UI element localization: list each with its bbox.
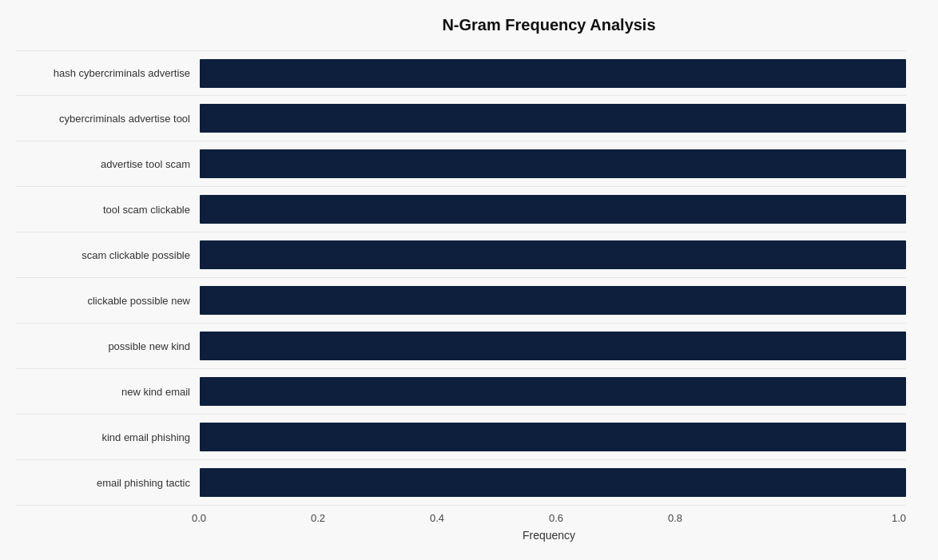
bar-track bbox=[200, 59, 906, 88]
x-axis: 0.00.20.40.60.81.0 bbox=[8, 512, 906, 524]
bar-label: possible new kind bbox=[16, 340, 200, 352]
bar-label: clickable possible new bbox=[16, 295, 200, 307]
bar-track bbox=[200, 195, 906, 224]
x-tick: 0.2 bbox=[311, 512, 430, 524]
x-tick: 1.0 bbox=[787, 512, 906, 524]
bar-track bbox=[200, 149, 906, 178]
bar-label: advertise tool scam bbox=[16, 158, 200, 170]
bar-label: new kind email bbox=[16, 386, 200, 398]
bar-label: scam clickable possible bbox=[16, 249, 200, 261]
bar-label: hash cybercriminals advertise bbox=[16, 67, 200, 79]
chart-title: N-Gram Frequency Analysis bbox=[8, 16, 906, 34]
bar-label: tool scam clickable bbox=[16, 204, 200, 216]
bar-fill bbox=[200, 377, 906, 406]
bar-label: email phishing tactic bbox=[16, 477, 200, 489]
bar-row: hash cybercriminals advertise bbox=[16, 50, 906, 96]
bar-row: new kind email bbox=[16, 369, 906, 415]
bar-track bbox=[200, 240, 906, 269]
bar-fill bbox=[200, 104, 906, 133]
x-tick: 0.6 bbox=[549, 512, 668, 524]
x-tick: 0.4 bbox=[430, 512, 549, 524]
bar-row: scam clickable possible bbox=[16, 232, 906, 278]
bar-track bbox=[200, 468, 906, 497]
bar-fill bbox=[200, 149, 906, 178]
bar-row: cybercriminals advertise tool bbox=[16, 96, 906, 141]
bar-track bbox=[200, 377, 906, 406]
bar-track bbox=[200, 104, 906, 133]
bar-row: clickable possible new bbox=[16, 278, 906, 324]
x-tick: 0.0 bbox=[192, 512, 311, 524]
bar-row: tool scam clickable bbox=[16, 187, 906, 232]
bar-fill bbox=[200, 468, 906, 497]
bar-track bbox=[200, 286, 906, 315]
bar-label: cybercriminals advertise tool bbox=[16, 113, 200, 125]
bar-row: advertise tool scam bbox=[16, 141, 906, 187]
bar-label: kind email phishing bbox=[16, 431, 200, 443]
bar-fill bbox=[200, 59, 906, 88]
chart-area: hash cybercriminals advertisecybercrimin… bbox=[8, 50, 906, 506]
bar-row: email phishing tactic bbox=[16, 460, 906, 506]
bar-fill bbox=[200, 332, 906, 360]
bar-row: possible new kind bbox=[16, 324, 906, 369]
bar-row: kind email phishing bbox=[16, 415, 906, 460]
bar-fill bbox=[200, 286, 906, 315]
x-axis-label: Frequency bbox=[8, 529, 906, 542]
bar-fill bbox=[200, 423, 906, 451]
bar-fill bbox=[200, 240, 906, 269]
bar-track bbox=[200, 332, 906, 360]
bar-fill bbox=[200, 195, 906, 224]
x-tick: 0.8 bbox=[668, 512, 787, 524]
chart-container: N-Gram Frequency Analysis hash cybercrim… bbox=[0, 0, 938, 560]
bar-track bbox=[200, 423, 906, 451]
